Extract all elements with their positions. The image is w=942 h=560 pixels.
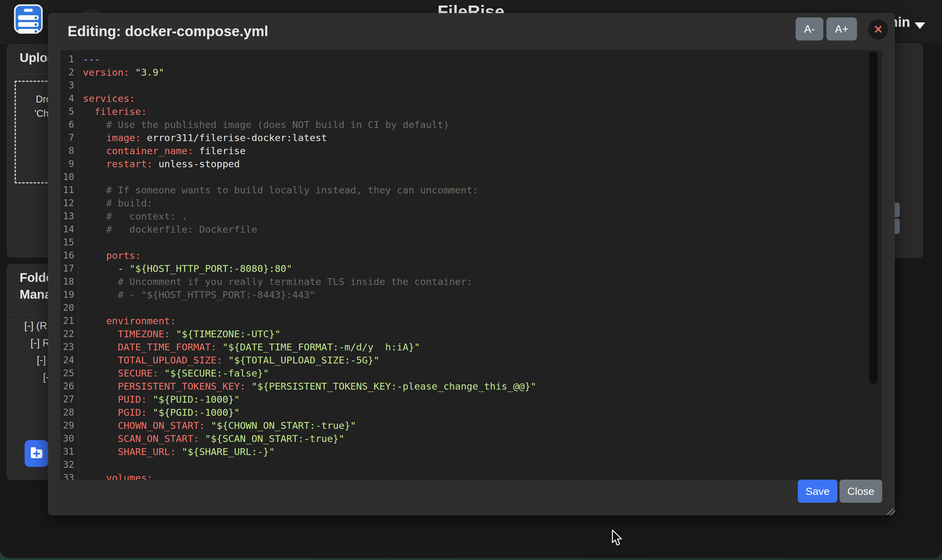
code-text: volumes: (78, 471, 152, 480)
code-text: restart: unless-stopped (78, 157, 240, 170)
line-number: 30 (60, 432, 78, 445)
line-number: 1 (60, 52, 78, 66)
line-number: 13 (60, 209, 78, 223)
code-text: TOTAL_UPLOAD_SIZE: "${TOTAL_UPLOAD_SIZE:… (78, 354, 379, 366)
code-text: ports: (78, 249, 141, 262)
code-line[interactable]: 5 filerise: (60, 105, 882, 118)
line-number: 2 (60, 66, 78, 79)
code-line[interactable]: 6 # Use the published image (does NOT bu… (60, 118, 882, 131)
line-number: 14 (60, 223, 78, 236)
line-number: 16 (60, 249, 78, 262)
code-text (78, 79, 83, 92)
code-line[interactable]: 15 (60, 236, 882, 249)
code-line[interactable]: 19 # - "${HOST_HTTPS_PORT:-8443}:443" (60, 288, 882, 301)
code-text: # Use the published image (does NOT buil… (78, 118, 449, 131)
line-number: 25 (60, 366, 78, 380)
editor-scrollbar[interactable] (870, 51, 877, 384)
code-line[interactable]: 27 PUID: "${PUID:-1000}" (60, 393, 882, 406)
code-text: --- (78, 52, 100, 66)
code-text: SHARE_URL: "${SHARE_URL:-}" (78, 445, 275, 458)
close-icon[interactable]: ✕ (868, 20, 888, 40)
code-line[interactable]: 11 # If someone wants to build locally i… (60, 183, 882, 197)
line-number: 4 (60, 92, 78, 105)
chevron-down-icon[interactable] (914, 22, 925, 29)
code-text: CHOWN_ON_START: "${CHOWN_ON_START:-true}… (78, 419, 356, 432)
code-line[interactable]: 30 SCAN_ON_START: "${SCAN_ON_START:-true… (60, 432, 882, 445)
code-line[interactable]: 22 TIMEZONE: "${TIMEZONE:-UTC}" (60, 327, 882, 340)
code-line[interactable]: 21 environment: (60, 314, 882, 327)
line-number: 18 (60, 275, 78, 288)
code-text: # - "${HOST_HTTPS_PORT:-8443}:443" (78, 288, 316, 301)
code-line[interactable]: 32 (60, 458, 882, 471)
code-editor[interactable]: 1---2version: "3.9"34services:5 filerise… (60, 50, 882, 480)
code-text: filerise: (78, 105, 147, 118)
code-line[interactable]: 17 - "${HOST_HTTP_PORT:-8080}:80" (60, 262, 882, 275)
code-text (78, 301, 83, 314)
line-number: 10 (60, 170, 78, 183)
code-line[interactable]: 29 CHOWN_ON_START: "${CHOWN_ON_START:-tr… (60, 419, 882, 432)
line-number: 24 (60, 354, 78, 366)
code-text: image: error311/filerise-docker:latest (78, 131, 327, 144)
code-text: # Uncomment if you really terminate TLS … (78, 275, 472, 288)
code-line[interactable]: 24 TOTAL_UPLOAD_SIZE: "${TOTAL_UPLOAD_SI… (60, 354, 882, 366)
code-text: PUID: "${PUID:-1000}" (78, 393, 240, 406)
save-button[interactable]: Save (798, 480, 837, 503)
line-number: 22 (60, 327, 78, 340)
code-line[interactable]: 23 DATE_TIME_FORMAT: "${DATE_TIME_FORMAT… (60, 340, 882, 354)
code-line[interactable]: 28 PGID: "${PGID:-1000}" (60, 406, 882, 419)
line-number: 3 (60, 79, 78, 92)
code-line[interactable]: 12 # build: (60, 197, 882, 209)
code-text (78, 236, 83, 249)
line-number: 31 (60, 445, 78, 458)
code-line[interactable]: 8 container_name: filerise (60, 144, 882, 157)
code-text (78, 458, 83, 471)
code-line[interactable]: 20 (60, 301, 882, 314)
code-line[interactable]: 1--- (60, 52, 882, 66)
code-text: environment: (78, 314, 176, 327)
code-text: - "${HOST_HTTP_PORT:-8080}:80" (78, 262, 292, 275)
line-number: 11 (60, 183, 78, 197)
line-number: 27 (60, 393, 78, 406)
code-text: # build: (78, 197, 152, 209)
code-line[interactable]: 26 PERSISTENT_TOKENS_KEY: "${PERSISTENT_… (60, 380, 882, 393)
code-line[interactable]: 31 SHARE_URL: "${SHARE_URL:-}" (60, 445, 882, 458)
line-number: 26 (60, 380, 78, 393)
code-text: version: "3.9" (78, 66, 164, 79)
code-line[interactable]: 25 SECURE: "${SECURE:-false}" (60, 366, 882, 380)
code-line[interactable]: 13 # context: . (60, 209, 882, 223)
code-text: # dockerfile: Dockerfile (78, 223, 257, 236)
font-decrease-button[interactable]: A- (796, 17, 823, 40)
line-number: 8 (60, 144, 78, 157)
mouse-cursor (610, 529, 625, 548)
editor-modal-title: Editing: docker-compose.yml (68, 23, 268, 40)
resize-handle[interactable] (885, 504, 897, 517)
line-number: 28 (60, 406, 78, 419)
line-number: 15 (60, 236, 78, 249)
font-increase-button[interactable]: A+ (827, 17, 857, 40)
code-text: # context: . (78, 209, 188, 223)
code-text: PGID: "${PGID:-1000}" (78, 406, 240, 419)
code-text: SECURE: "${SECURE:-false}" (78, 366, 269, 380)
code-line[interactable]: 10 (60, 170, 882, 183)
editor-modal: Editing: docker-compose.yml A- A+ ✕ 1---… (48, 13, 895, 515)
code-text: container_name: filerise (78, 144, 246, 157)
code-line[interactable]: 7 image: error311/filerise-docker:latest (60, 131, 882, 144)
folder-card-title-line2: Mana (20, 288, 51, 302)
line-number: 5 (60, 105, 78, 118)
create-folder-button[interactable] (25, 440, 48, 467)
code-line[interactable]: 3 (60, 79, 882, 92)
code-line[interactable]: 2version: "3.9" (60, 66, 882, 79)
line-number: 6 (60, 118, 78, 131)
line-number: 32 (60, 458, 78, 471)
code-line[interactable]: 4services: (60, 92, 882, 105)
code-text: SCAN_ON_START: "${SCAN_ON_START:-true}" (78, 432, 345, 445)
line-number: 33 (60, 471, 78, 480)
close-button[interactable]: Close (839, 480, 882, 503)
code-line[interactable]: 9 restart: unless-stopped (60, 157, 882, 170)
line-number: 23 (60, 340, 78, 354)
code-line[interactable]: 14 # dockerfile: Dockerfile (60, 223, 882, 236)
code-lines: 1---2version: "3.9"34services:5 filerise… (60, 52, 882, 480)
code-line[interactable]: 18 # Uncomment if you really terminate T… (60, 275, 882, 288)
code-line[interactable]: 33 volumes: (60, 471, 882, 480)
code-line[interactable]: 16 ports: (60, 249, 882, 262)
